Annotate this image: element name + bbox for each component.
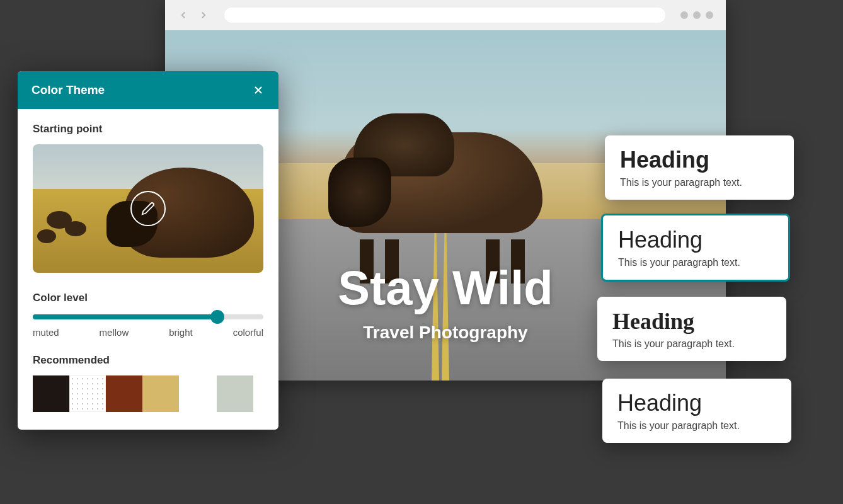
hero-title: Stay Wild (338, 260, 553, 315)
address-bar[interactable] (224, 8, 665, 23)
card-heading: Heading (617, 390, 776, 416)
swatch[interactable] (217, 375, 253, 412)
font-option-card[interactable]: Heading This is your paragraph text. (597, 297, 786, 361)
back-icon[interactable] (178, 9, 189, 21)
slider-thumb[interactable] (210, 310, 224, 324)
card-text: This is your paragraph text. (612, 338, 771, 350)
card-heading: Heading (612, 308, 771, 335)
panel-title: Color Theme (32, 83, 105, 97)
card-heading: Heading (620, 147, 779, 173)
card-text: This is your paragraph text. (620, 177, 779, 188)
swatch-row (33, 375, 263, 412)
starting-image[interactable] (33, 144, 263, 273)
hero-subtitle: Travel Photography (363, 323, 527, 343)
swatch[interactable] (142, 375, 179, 412)
slider-labels: muted mellow bright colorful (33, 327, 263, 338)
color-theme-panel: Color Theme Starting point Color level (18, 71, 278, 430)
starting-point-label: Starting point (33, 123, 263, 135)
edit-image-button[interactable] (130, 191, 166, 226)
browser-toolbar (165, 0, 726, 30)
card-heading: Heading (618, 227, 773, 253)
card-text: This is your paragraph text. (617, 420, 776, 432)
font-option-card[interactable]: Heading This is your paragraph text. (601, 214, 790, 282)
swatch[interactable] (69, 375, 106, 412)
panel-header: Color Theme (18, 71, 278, 109)
recommended-label: Recommended (33, 354, 263, 367)
font-option-card[interactable]: Heading This is your paragraph text. (605, 135, 794, 200)
bison-illustration (322, 107, 587, 271)
card-text: This is your paragraph text. (618, 257, 773, 268)
font-option-card[interactable]: Heading This is your paragraph text. (602, 379, 791, 443)
window-controls-icon (680, 11, 713, 19)
color-level-slider[interactable] (33, 314, 263, 319)
color-level-label: Color level (33, 292, 263, 304)
swatch[interactable] (33, 375, 69, 412)
forward-icon[interactable] (198, 9, 209, 21)
close-icon[interactable] (252, 84, 265, 96)
swatch[interactable] (106, 375, 142, 412)
